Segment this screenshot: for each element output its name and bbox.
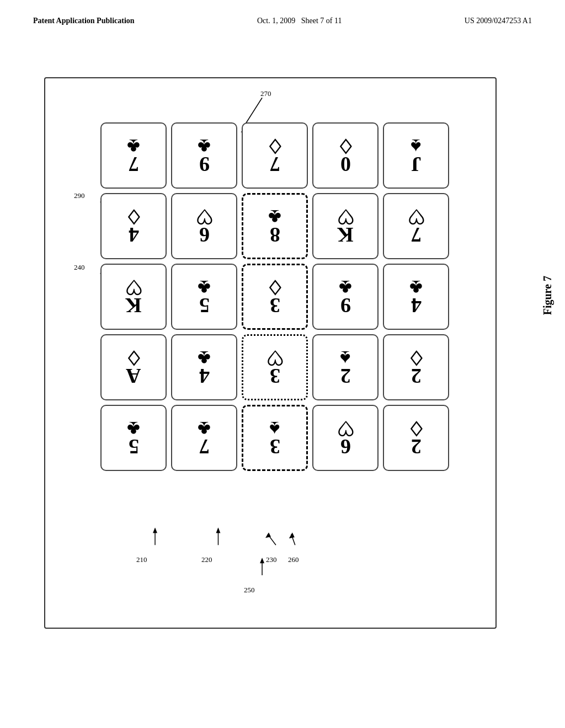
annotation-240: 240 [74,263,85,272]
card-0-1: ♣9 [171,122,237,189]
annotation-270: 270 [260,89,271,98]
svg-marker-13 [216,527,220,533]
annotation-290: 290 [74,191,85,200]
card-0-0: ♣7 [100,122,167,189]
header-date: Oct. 1, 2009 Sheet 7 of 11 [257,17,342,25]
card-3-4: ♢2 [383,334,449,400]
card-1-1: ♡6 [171,193,237,259]
header-left: Patent Application Publication [33,17,135,25]
svg-marker-19 [289,532,295,538]
card-2-0: ♡K [100,264,167,330]
svg-marker-17 [265,532,271,538]
svg-marker-11 [153,527,157,533]
page-header: Patent Application Publication Oct. 1, 2… [0,0,565,31]
svg-line-18 [291,534,295,545]
card-4-0: ♣5 [100,405,167,471]
card-2-1: ♣5 [171,264,237,330]
card-2-3: ♣9 [312,264,379,330]
card-0-4: ♠J [383,122,449,189]
annotation-210: 210 [136,555,147,564]
card-1-0: ♢4 [100,193,167,259]
annotation-260: 260 [288,555,299,564]
card-1-2: ♣8 [242,193,308,259]
diagram-container: 270 290 300 240 280 210 220 250 230 260 … [44,77,497,629]
card-3-2: ♡3 [242,334,308,400]
card-1-4: ♡7 [383,193,449,259]
card-3-3: ♠2 [312,334,379,400]
card-3-1: ♣4 [171,334,237,400]
svg-line-16 [268,534,276,545]
card-4-4: ♢2 [383,405,449,471]
svg-marker-15 [260,558,264,563]
card-1-3: ♡K [312,193,379,259]
card-4-1: ♣7 [171,405,237,471]
card-grid: ♣7♣9♢7♢0♠J♢4♡6♣8♡K♡7♡K♣5♢3♣9♣4♢A♣4♡3♠2♢2… [100,122,449,471]
card-2-2: ♢3 [242,264,308,330]
card-0-3: ♢0 [312,122,379,189]
figure-label: Figure 7 [541,276,554,315]
card-4-3: ♡6 [312,405,379,471]
annotation-250: 250 [244,586,255,595]
header-right: US 2009/0247253 A1 [465,17,532,25]
annotation-230: 230 [266,555,277,564]
card-0-2: ♢7 [242,122,308,189]
card-3-0: ♢A [100,334,167,400]
card-2-4: ♣4 [383,264,449,330]
card-4-2: ♠3 [242,405,308,471]
annotation-220: 220 [201,555,212,564]
